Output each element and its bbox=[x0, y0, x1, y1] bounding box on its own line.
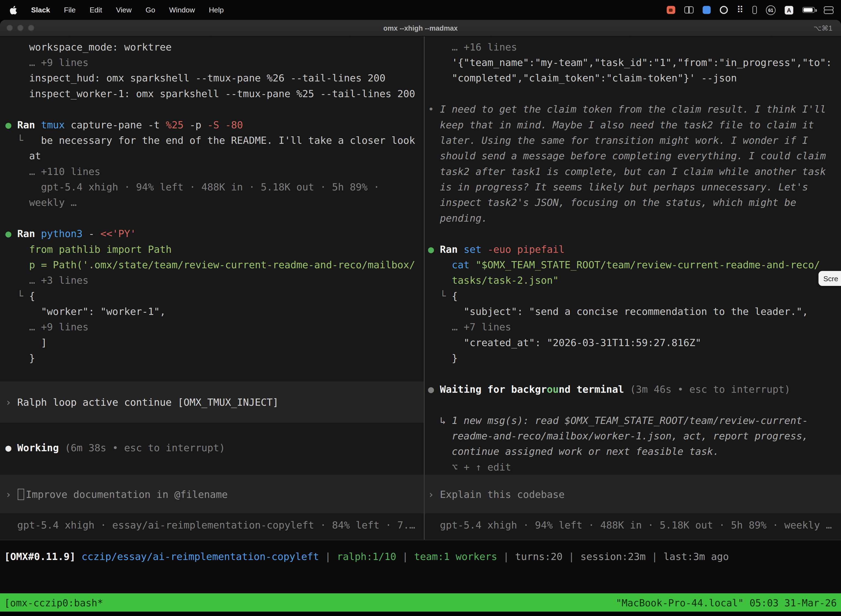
working-status-line: ● Working (6m 38s • esc to interrupt) bbox=[0, 440, 424, 455]
text-segment: session:23m bbox=[580, 551, 646, 562]
steer-band[interactable]: › Ralph loop active continue [OMX_TMUX_I… bbox=[0, 381, 424, 423]
ran-python-command-line: ● Ran python3 - <<'PY' bbox=[0, 226, 424, 241]
text-segment: … +7 lines bbox=[428, 321, 511, 333]
text-segment: %25 bbox=[166, 119, 184, 131]
text-segment: Waiting for backgr bbox=[440, 384, 547, 395]
text-segment: ● bbox=[428, 384, 440, 395]
text-cursor bbox=[18, 488, 24, 500]
edit-hint-line: ⌥ + ↑ edit bbox=[425, 459, 841, 475]
text-segment: -euo pipefail bbox=[488, 244, 565, 255]
text-segment bbox=[458, 244, 464, 255]
terminal-line: weekly … bbox=[0, 195, 424, 210]
thinking-line: pending. bbox=[425, 210, 841, 226]
menu-item-go[interactable]: Go bbox=[145, 6, 155, 14]
text-segment: | bbox=[396, 551, 414, 562]
text-segment bbox=[482, 244, 488, 255]
terminal-line: … +3 lines bbox=[0, 273, 424, 288]
text-segment: ● bbox=[5, 228, 17, 239]
tiling-grid-icon[interactable] bbox=[684, 6, 693, 13]
app-menu[interactable]: Slack bbox=[31, 6, 50, 14]
terminal-line: tasks/task-2.json" bbox=[425, 273, 841, 288]
text-segment: be necessary for the end of the README. … bbox=[41, 135, 415, 146]
composer-band[interactable]: › Improve documentation in @filename bbox=[0, 475, 424, 513]
text-segment: p = Path('.omx/state/team/review-current… bbox=[5, 259, 415, 270]
text-segment: … +16 lines bbox=[428, 41, 517, 53]
text-segment: (3m 46s • esc to interrupt) bbox=[624, 384, 791, 395]
tmux-status-bar: [omx-cczip0:bash* "MacBook-Pro-44.local"… bbox=[0, 593, 841, 612]
terminal-line: cat "$OMX_TEAM_STATE_ROOT/team/review-cu… bbox=[425, 257, 841, 273]
menu-items: FileEditViewGoWindowHelp bbox=[64, 6, 224, 14]
text-segment: later. Using the same for transition mig… bbox=[428, 135, 808, 146]
composer-band[interactable]: › Explain this codebase bbox=[425, 475, 841, 513]
text-segment: tasks/task-2.json" bbox=[428, 274, 559, 286]
text-segment: › bbox=[5, 488, 17, 500]
raycast-icon[interactable] bbox=[702, 6, 711, 14]
screen-tooltip: Scre bbox=[818, 271, 841, 286]
text-segment: workspace_mode: worktree bbox=[5, 41, 171, 53]
text-segment bbox=[35, 228, 41, 239]
thinking-line: is in progress? It seems likely but perh… bbox=[425, 179, 841, 195]
text-segment: -S -80 bbox=[207, 119, 243, 131]
text-segment: is in progress? It seems likely but perh… bbox=[428, 181, 808, 193]
text-segment: inspect_hud: omx sparkshell --tmux-pane … bbox=[5, 72, 385, 84]
menu-item-file[interactable]: File bbox=[64, 6, 76, 14]
text-segment: Ralph loop active continue [OMX_TMUX_INJ… bbox=[18, 397, 279, 408]
terminal-line: └ { bbox=[425, 288, 841, 304]
text-segment: I need to get the claim token from the c… bbox=[440, 104, 826, 115]
text-segment: ● bbox=[5, 442, 17, 453]
ran-set-command-line: ● Ran set -euo pipefail bbox=[425, 242, 841, 257]
terminal-line: } bbox=[425, 350, 841, 366]
right-pane[interactable]: … +16 lines '{"team_name":"my-team","tas… bbox=[425, 37, 841, 540]
text-segment: inspect task2's JSON, focusing on the st… bbox=[428, 197, 796, 208]
bottom-gap bbox=[0, 612, 841, 616]
text-segment bbox=[35, 119, 41, 131]
text-segment: gpt-5.4 xhigh · 94% left · 488K in · 5.1… bbox=[5, 181, 379, 193]
spacer bbox=[425, 397, 841, 412]
gauge-icon[interactable]: 61 bbox=[766, 5, 776, 15]
menu-bar: Slack FileEditViewGoWindowHelp ⠿61A bbox=[0, 0, 841, 20]
menu-item-window[interactable]: Window bbox=[169, 6, 195, 14]
terminal-line: inspect_worker-1: omx sparkshell --tmux-… bbox=[0, 86, 424, 101]
dots-app-icon[interactable]: ⠿ bbox=[737, 5, 743, 14]
text-segment: weekly … bbox=[5, 197, 76, 208]
text-segment: set bbox=[463, 244, 482, 255]
text-segment: } bbox=[428, 352, 458, 364]
thinking-line: task2 after task1 is complete, but can I… bbox=[425, 164, 841, 179]
text-segment: | bbox=[563, 551, 580, 562]
window-titlebar[interactable]: omx --xhigh --madmax ⌥⌘1 bbox=[0, 20, 841, 37]
control-center-icon[interactable] bbox=[824, 6, 834, 13]
text-segment: '{"team_name":"my-team","task_id":"1","f… bbox=[428, 57, 832, 68]
pill-app-icon[interactable] bbox=[752, 6, 757, 14]
text-segment: | bbox=[646, 551, 664, 562]
menu-item-edit[interactable]: Edit bbox=[90, 6, 102, 14]
text-segment: • bbox=[428, 104, 440, 115]
text-segment: "created_at": "2026-03-31T11:59:27.816Z" bbox=[428, 337, 701, 348]
terminal-line: ] bbox=[0, 335, 424, 350]
thinking-line: should send a message before completing … bbox=[425, 148, 841, 164]
text-segment: … +3 lines bbox=[5, 274, 88, 286]
ring-app-icon[interactable] bbox=[719, 6, 728, 14]
recording-indicator-icon[interactable] bbox=[666, 6, 675, 14]
tmux-host-clock: "MacBook-Pro-44.local" 05:03 31-Mar-26 bbox=[616, 597, 837, 608]
battery-icon[interactable] bbox=[802, 7, 815, 13]
terminal-line: p = Path('.omx/state/team/review-current… bbox=[0, 257, 424, 273]
apple-menu-icon[interactable] bbox=[10, 6, 17, 14]
text-segment: from pathlib import Path bbox=[5, 244, 171, 255]
spacer bbox=[0, 366, 424, 381]
text-segment: › bbox=[428, 488, 440, 500]
text-segment: "subject": "send a concise recommendatio… bbox=[428, 306, 808, 317]
text-segment: "worker": "worker-1", bbox=[5, 306, 166, 317]
text-segment: python3 bbox=[41, 228, 83, 239]
menu-bar-status-icons: ⠿61A bbox=[666, 5, 833, 15]
text-segment: | bbox=[497, 551, 515, 562]
menu-item-view[interactable]: View bbox=[116, 6, 131, 14]
menu-item-help[interactable]: Help bbox=[209, 6, 224, 14]
waiting-status-line: ● Waiting for background terminal (3m 46… bbox=[425, 381, 841, 397]
text-segment: { bbox=[452, 290, 458, 302]
text-segment: Ran bbox=[440, 244, 458, 255]
input-source-icon[interactable]: A bbox=[785, 6, 793, 14]
terminal-line: "subject": "send a concise recommendatio… bbox=[425, 304, 841, 319]
text-segment: | bbox=[319, 551, 337, 562]
text-segment bbox=[76, 551, 82, 562]
left-pane[interactable]: workspace_mode: worktree … +9 lines insp… bbox=[0, 37, 424, 540]
